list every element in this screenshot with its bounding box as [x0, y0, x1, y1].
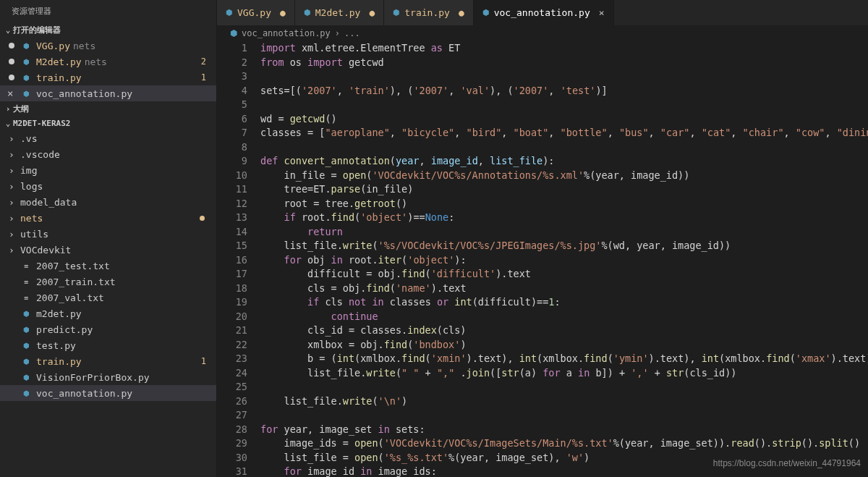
- tree-item[interactable]: ⬢voc_annotation.py: [0, 385, 216, 401]
- tab-label: M2det.py: [315, 7, 361, 18]
- tree-item[interactable]: ≡2007_test.txt: [0, 258, 216, 274]
- editor-tab[interactable]: ⬢M2det.py●: [295, 0, 384, 25]
- python-file-icon: ⬢: [230, 28, 237, 38]
- tree-item[interactable]: ›.vs: [0, 130, 216, 146]
- python-file-icon: ⬢: [20, 339, 32, 351]
- explorer-title: 资源管理器: [0, 0, 216, 22]
- open-editor-item[interactable]: ⬢VGG.pynets: [0, 38, 216, 54]
- tree-item[interactable]: ›model_data: [0, 194, 216, 210]
- file-tree: ›.vs›.vscode›img›logs›model_data›nets›ut…: [0, 130, 216, 401]
- problem-badge: 1: [201, 356, 210, 366]
- file-name: train.py: [36, 72, 82, 83]
- close-icon[interactable]: ×: [599, 7, 605, 18]
- open-editors-list: ⬢VGG.pynets⬢M2det.pynets2⬢train.py1×⬢voc…: [0, 38, 216, 101]
- unsaved-dot-icon: ●: [369, 7, 375, 18]
- tab-label: voc_annotation.py: [494, 7, 590, 18]
- item-name: .vscode: [20, 149, 60, 160]
- chevron-down-icon: ⌄: [3, 119, 13, 128]
- text-file-icon: ≡: [20, 260, 32, 271]
- chevron-right-icon: ›: [9, 197, 17, 208]
- tree-item[interactable]: ⬢test.py: [0, 337, 216, 353]
- item-name: nets: [20, 213, 43, 224]
- text-file-icon: ≡: [20, 292, 32, 303]
- item-name: .vs: [20, 133, 37, 144]
- item-name: voc_annotation.py: [36, 388, 132, 399]
- python-file-icon: ⬢: [20, 324, 32, 335]
- python-file-icon: ⬢: [20, 56, 32, 67]
- tree-item[interactable]: ⬢m2det.py: [0, 305, 216, 321]
- python-file-icon: ⬢: [20, 355, 32, 367]
- tree-item[interactable]: ≡2007_val.txt: [0, 290, 216, 305]
- item-name: 2007_val.txt: [36, 292, 104, 303]
- close-icon[interactable]: ×: [7, 88, 13, 99]
- chevron-right-icon: ›: [335, 28, 340, 38]
- item-name: logs: [20, 181, 43, 192]
- item-name: VisionForPriorBox.py: [36, 372, 150, 383]
- open-editor-item[interactable]: ⬢train.py1: [0, 69, 216, 85]
- chevron-right-icon: ›: [3, 104, 13, 114]
- file-dir: nets: [73, 41, 95, 51]
- python-file-icon: ⬢: [304, 8, 311, 17]
- tree-item[interactable]: ›.vscode: [0, 146, 216, 162]
- python-file-icon: ⬢: [20, 88, 32, 99]
- python-file-icon: ⬢: [226, 8, 233, 17]
- code-content[interactable]: import xml.etree.ElementTree as ETfrom o…: [260, 41, 868, 477]
- tree-item[interactable]: ›nets: [0, 210, 216, 226]
- chevron-right-icon: ›: [9, 181, 17, 192]
- sidebar: 资源管理器 ⌄ 打开的编辑器 ⬢VGG.pynets⬢M2det.pynets2…: [0, 0, 217, 477]
- item-name: utils: [20, 229, 48, 240]
- line-number-gutter: 1234567891011121314151617181920212223242…: [217, 41, 260, 477]
- tree-item[interactable]: ⬢predict.py: [0, 321, 216, 337]
- file-name: M2det.py: [36, 56, 82, 67]
- unsaved-dot-icon: ●: [280, 7, 286, 18]
- problem-badge: 2: [201, 56, 210, 67]
- chevron-right-icon: ›: [9, 165, 17, 176]
- unsaved-dot-icon: [9, 43, 14, 48]
- tree-item[interactable]: ›VOCdevkit: [0, 242, 216, 258]
- chevron-right-icon: ›: [9, 213, 17, 224]
- modified-dot-icon: [200, 216, 205, 221]
- editor-tab[interactable]: ⬢train.py●: [384, 0, 473, 25]
- tab-label: VGG.py: [237, 7, 271, 18]
- item-name: test.py: [36, 340, 76, 351]
- problem-badge: 1: [201, 72, 210, 83]
- python-file-icon: ⬢: [20, 72, 32, 83]
- breadcrumb[interactable]: ⬢ voc_annotation.py › ...: [217, 25, 868, 41]
- file-dir: nets: [85, 56, 107, 67]
- editor-area: ⬢VGG.py●⬢M2det.py●⬢train.py●⬢voc_annotat…: [217, 0, 868, 477]
- open-editor-item[interactable]: ×⬢voc_annotation.py: [0, 85, 216, 101]
- python-file-icon: ⬢: [20, 40, 32, 51]
- editor-tab[interactable]: ⬢voc_annotation.py×: [474, 0, 614, 25]
- item-name: VOCdevkit: [20, 245, 71, 256]
- chevron-right-icon: ›: [9, 229, 17, 240]
- file-name: VGG.py: [36, 41, 70, 51]
- python-file-icon: ⬢: [20, 308, 32, 319]
- outline-header[interactable]: › 大纲: [0, 101, 216, 117]
- tree-item[interactable]: ›img: [0, 162, 216, 178]
- python-file-icon: ⬢: [20, 387, 32, 399]
- python-file-icon: ⬢: [482, 8, 490, 17]
- open-editors-header[interactable]: ⌄ 打开的编辑器: [0, 22, 216, 38]
- file-name: voc_annotation.py: [36, 88, 132, 99]
- python-file-icon: ⬢: [20, 371, 32, 383]
- code-editor[interactable]: 1234567891011121314151617181920212223242…: [217, 41, 868, 477]
- item-name: m2det.py: [36, 308, 82, 319]
- unsaved-dot-icon: [9, 59, 14, 64]
- tree-item[interactable]: ›utils: [0, 226, 216, 242]
- item-name: 2007_test.txt: [36, 261, 110, 271]
- editor-tab[interactable]: ⬢VGG.py●: [217, 0, 295, 25]
- python-file-icon: ⬢: [393, 8, 400, 17]
- tree-item[interactable]: ⬢VisionForPriorBox.py: [0, 369, 216, 385]
- workspace-header[interactable]: ⌄ M2DET-KERAS2: [0, 117, 216, 130]
- open-editor-item[interactable]: ⬢M2det.pynets2: [0, 54, 216, 69]
- item-name: predict.py: [36, 324, 93, 335]
- chevron-right-icon: ›: [9, 149, 17, 160]
- unsaved-dot-icon: ●: [459, 7, 464, 18]
- tree-item[interactable]: ›logs: [0, 178, 216, 194]
- unsaved-dot-icon: [9, 75, 14, 80]
- tree-item[interactable]: ⬢train.py1: [0, 353, 216, 369]
- tab-label: train.py: [404, 7, 450, 18]
- item-name: 2007_train.txt: [36, 277, 116, 287]
- text-file-icon: ≡: [20, 276, 32, 287]
- tree-item[interactable]: ≡2007_train.txt: [0, 274, 216, 290]
